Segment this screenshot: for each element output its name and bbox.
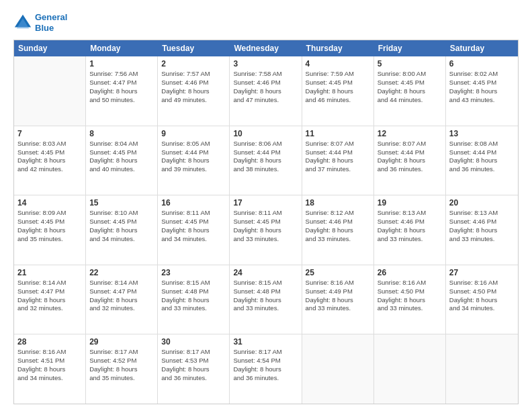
sunrise-text: Sunrise: 8:08 AM <box>449 140 515 148</box>
sunset-text: Sunset: 4:52 PM <box>89 357 154 365</box>
day-number: 31 <box>233 337 298 347</box>
calendar-cell: 12Sunrise: 8:07 AMSunset: 4:44 PMDayligh… <box>374 126 446 195</box>
sunset-text: Sunset: 4:46 PM <box>378 218 442 226</box>
calendar-header-cell: Friday <box>374 40 446 56</box>
sunrise-text: Sunrise: 7:57 AM <box>161 70 226 79</box>
calendar-cell: 4Sunrise: 7:59 AMSunset: 4:45 PMDaylight… <box>302 56 374 126</box>
page: General Blue SundayMondayTuesdayWednesda… <box>0 0 532 411</box>
day-info: Sunrise: 8:13 AMSunset: 4:46 PMDaylight:… <box>449 209 515 243</box>
calendar-row: 14Sunrise: 8:09 AMSunset: 4:45 PMDayligh… <box>14 195 518 265</box>
day-number: 11 <box>306 129 370 138</box>
calendar-cell: 31Sunrise: 8:17 AMSunset: 4:54 PMDayligh… <box>230 334 302 404</box>
day-info: Sunrise: 8:02 AMSunset: 4:45 PMDaylight:… <box>449 70 515 104</box>
sunrise-text: Sunrise: 8:17 AM <box>233 348 298 357</box>
day-number: 26 <box>378 268 442 277</box>
daylight-line1: Daylight: 8 hours <box>161 226 226 235</box>
day-info: Sunrise: 8:17 AMSunset: 4:54 PMDaylight:… <box>233 348 298 382</box>
calendar-cell: 8Sunrise: 8:04 AMSunset: 4:45 PMDaylight… <box>86 126 158 195</box>
sunrise-text: Sunrise: 8:07 AM <box>306 140 370 148</box>
sunrise-text: Sunrise: 8:00 AM <box>378 70 442 79</box>
day-number: 16 <box>161 198 226 208</box>
day-number: 18 <box>306 198 370 208</box>
day-info: Sunrise: 8:14 AMSunset: 4:47 PMDaylight:… <box>89 279 154 313</box>
day-number: 1 <box>89 59 154 68</box>
sunset-text: Sunset: 4:45 PM <box>378 79 442 87</box>
calendar-cell: 11Sunrise: 8:07 AMSunset: 4:44 PMDayligh… <box>302 126 374 195</box>
calendar-row: 28Sunrise: 8:16 AMSunset: 4:51 PMDayligh… <box>14 334 518 404</box>
calendar-cell: 14Sunrise: 8:09 AMSunset: 4:45 PMDayligh… <box>14 195 86 265</box>
daylight-line2: and 43 minutes. <box>449 96 515 105</box>
sunset-text: Sunset: 4:44 PM <box>161 148 226 157</box>
calendar-cell <box>446 334 518 404</box>
daylight-line1: Daylight: 8 hours <box>89 87 154 96</box>
sunset-text: Sunset: 4:46 PM <box>306 218 370 226</box>
calendar-cell: 16Sunrise: 8:11 AMSunset: 4:45 PMDayligh… <box>158 195 230 265</box>
sunrise-text: Sunrise: 8:02 AM <box>449 70 515 79</box>
sunrise-text: Sunrise: 8:16 AM <box>378 279 442 287</box>
calendar-row: 1Sunrise: 7:56 AMSunset: 4:47 PMDaylight… <box>14 56 518 126</box>
sunset-text: Sunset: 4:44 PM <box>306 148 370 157</box>
sunrise-text: Sunrise: 8:06 AM <box>233 140 298 148</box>
sunset-text: Sunset: 4:53 PM <box>161 357 226 365</box>
day-info: Sunrise: 7:59 AMSunset: 4:45 PMDaylight:… <box>306 70 370 104</box>
day-info: Sunrise: 8:09 AMSunset: 4:45 PMDaylight:… <box>17 209 82 243</box>
daylight-line2: and 46 minutes. <box>306 96 370 105</box>
sunset-text: Sunset: 4:47 PM <box>89 79 154 87</box>
sunset-text: Sunset: 4:45 PM <box>89 148 154 157</box>
calendar-cell: 6Sunrise: 8:02 AMSunset: 4:45 PMDaylight… <box>446 56 518 126</box>
day-info: Sunrise: 8:11 AMSunset: 4:45 PMDaylight:… <box>161 209 226 243</box>
daylight-line1: Daylight: 8 hours <box>306 296 370 305</box>
day-number: 13 <box>449 129 515 138</box>
daylight-line2: and 36 minutes. <box>161 374 226 383</box>
daylight-line1: Daylight: 8 hours <box>306 226 370 235</box>
daylight-line2: and 33 minutes. <box>306 304 370 313</box>
calendar-cell: 25Sunrise: 8:16 AMSunset: 4:49 PMDayligh… <box>302 265 374 334</box>
daylight-line1: Daylight: 8 hours <box>17 226 82 235</box>
daylight-line1: Daylight: 8 hours <box>233 296 298 305</box>
day-info: Sunrise: 8:17 AMSunset: 4:52 PMDaylight:… <box>89 348 154 382</box>
day-number: 4 <box>306 59 370 68</box>
day-number: 21 <box>17 268 82 277</box>
calendar-cell: 7Sunrise: 8:03 AMSunset: 4:45 PMDaylight… <box>14 126 86 195</box>
day-info: Sunrise: 8:05 AMSunset: 4:44 PMDaylight:… <box>161 140 226 174</box>
day-number: 29 <box>89 337 154 347</box>
daylight-line1: Daylight: 8 hours <box>89 156 154 165</box>
daylight-line1: Daylight: 8 hours <box>449 226 515 235</box>
sunrise-text: Sunrise: 8:04 AM <box>89 140 154 148</box>
day-info: Sunrise: 8:17 AMSunset: 4:53 PMDaylight:… <box>161 348 226 382</box>
daylight-line2: and 33 minutes. <box>233 304 298 313</box>
daylight-line1: Daylight: 8 hours <box>233 87 298 96</box>
calendar-header-cell: Saturday <box>446 40 518 56</box>
day-info: Sunrise: 8:06 AMSunset: 4:44 PMDaylight:… <box>233 140 298 174</box>
calendar-cell: 27Sunrise: 8:16 AMSunset: 4:50 PMDayligh… <box>446 265 518 334</box>
daylight-line1: Daylight: 8 hours <box>89 226 154 235</box>
daylight-line2: and 35 minutes. <box>89 374 154 383</box>
day-info: Sunrise: 8:10 AMSunset: 4:45 PMDaylight:… <box>89 209 154 243</box>
day-number: 8 <box>89 129 154 138</box>
day-info: Sunrise: 8:15 AMSunset: 4:48 PMDaylight:… <box>161 279 226 313</box>
sunset-text: Sunset: 4:47 PM <box>17 287 82 296</box>
daylight-line2: and 33 minutes. <box>378 304 442 313</box>
day-number: 28 <box>17 337 82 347</box>
sunset-text: Sunset: 4:44 PM <box>233 148 298 157</box>
sunrise-text: Sunrise: 8:17 AM <box>161 348 226 357</box>
calendar-header-cell: Thursday <box>302 40 374 56</box>
day-number: 23 <box>161 268 226 277</box>
sunrise-text: Sunrise: 7:58 AM <box>233 70 298 79</box>
sunset-text: Sunset: 4:45 PM <box>306 79 370 87</box>
calendar-cell <box>14 56 86 126</box>
daylight-line1: Daylight: 8 hours <box>161 365 226 374</box>
sunrise-text: Sunrise: 8:13 AM <box>449 209 515 218</box>
calendar-header-cell: Monday <box>86 40 158 56</box>
day-info: Sunrise: 7:56 AMSunset: 4:47 PMDaylight:… <box>89 70 154 104</box>
daylight-line2: and 38 minutes. <box>233 165 298 174</box>
day-info: Sunrise: 8:16 AMSunset: 4:51 PMDaylight:… <box>17 348 82 382</box>
calendar-cell: 22Sunrise: 8:14 AMSunset: 4:47 PMDayligh… <box>86 265 158 334</box>
daylight-line1: Daylight: 8 hours <box>378 226 442 235</box>
day-number: 10 <box>233 129 298 138</box>
calendar-cell: 1Sunrise: 7:56 AMSunset: 4:47 PMDaylight… <box>86 56 158 126</box>
sunset-text: Sunset: 4:45 PM <box>17 218 82 226</box>
calendar-cell: 21Sunrise: 8:14 AMSunset: 4:47 PMDayligh… <box>14 265 86 334</box>
day-info: Sunrise: 8:16 AMSunset: 4:50 PMDaylight:… <box>378 279 442 313</box>
daylight-line2: and 40 minutes. <box>89 165 154 174</box>
